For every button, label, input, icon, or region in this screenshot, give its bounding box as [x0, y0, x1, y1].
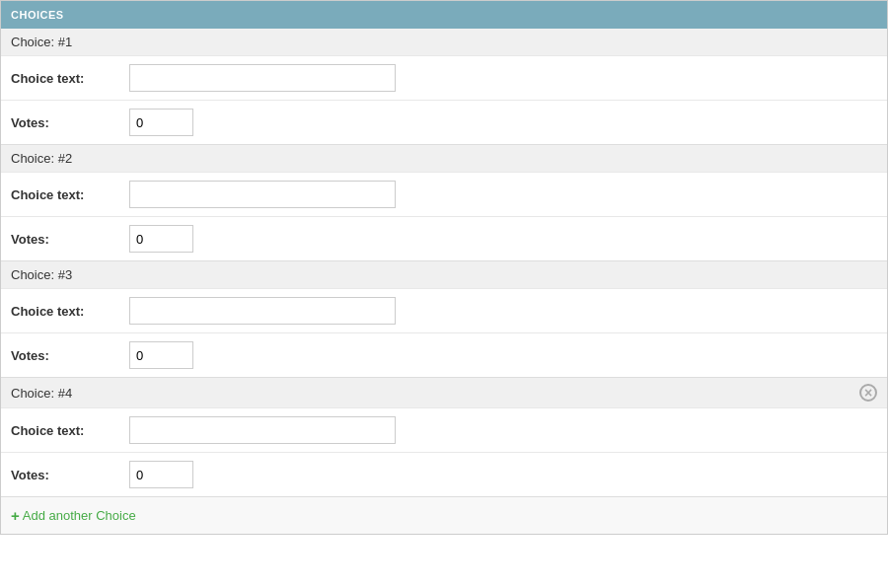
choice-header-label-4: Choice: #4	[11, 386, 72, 401]
choices-container: CHOICES Choice: #1Choice text:Votes:Choi…	[0, 0, 888, 535]
delete-choice-4-button[interactable]: ×	[859, 384, 877, 402]
choices-header-label: CHOICES	[11, 9, 64, 21]
choice-group-header-3: Choice: #3	[1, 260, 887, 288]
choice-3-text-input[interactable]	[129, 297, 396, 325]
choice-header-label-1: Choice: #1	[11, 35, 72, 49]
choices-header: CHOICES	[1, 1, 887, 29]
choice-2-text-input[interactable]	[129, 181, 396, 208]
choice-2-text-label: Choice text:	[11, 187, 129, 202]
choice-2-votes-label: Votes:	[11, 232, 129, 247]
choice-1-text-label: Choice text:	[11, 71, 129, 86]
choice-3-votes-label: Votes:	[11, 348, 129, 363]
choice-1-votes-input[interactable]	[129, 109, 193, 136]
add-another-choice-link[interactable]: + Add another Choice	[11, 507, 136, 524]
choice-2-votes-input[interactable]	[129, 225, 193, 253]
choice-2-text-row: Choice text:	[1, 172, 887, 216]
choice-1-text-row: Choice text:	[1, 55, 887, 100]
add-plus-icon: +	[11, 507, 20, 524]
choice-3-text-label: Choice text:	[11, 304, 129, 319]
choice-4-text-input[interactable]	[129, 416, 396, 444]
choices-list: Choice: #1Choice text:Votes:Choice: #2Ch…	[1, 29, 887, 496]
choice-4-text-label: Choice text:	[11, 423, 129, 438]
choice-4-text-row: Choice text:	[1, 407, 887, 452]
choice-header-label-3: Choice: #3	[11, 267, 72, 282]
choice-group-header-1: Choice: #1	[1, 29, 887, 55]
add-another-row: + Add another Choice	[1, 496, 887, 534]
choice-header-label-2: Choice: #2	[11, 151, 72, 166]
choice-4-votes-label: Votes:	[11, 468, 129, 482]
choice-group-header-2: Choice: #2	[1, 144, 887, 172]
choice-3-text-row: Choice text:	[1, 288, 887, 332]
choice-1-votes-label: Votes:	[11, 115, 129, 130]
choice-4-votes-input[interactable]	[129, 461, 193, 488]
choice-1-text-input[interactable]	[129, 64, 396, 92]
add-another-label: Add another Choice	[23, 508, 136, 523]
choice-3-votes-row: Votes:	[1, 332, 887, 377]
choice-3-votes-input[interactable]	[129, 341, 193, 369]
choice-1-votes-row: Votes:	[1, 100, 887, 144]
choice-group-header-4: Choice: #4×	[1, 377, 887, 407]
choice-4-votes-row: Votes:	[1, 452, 887, 496]
choice-2-votes-row: Votes:	[1, 216, 887, 260]
